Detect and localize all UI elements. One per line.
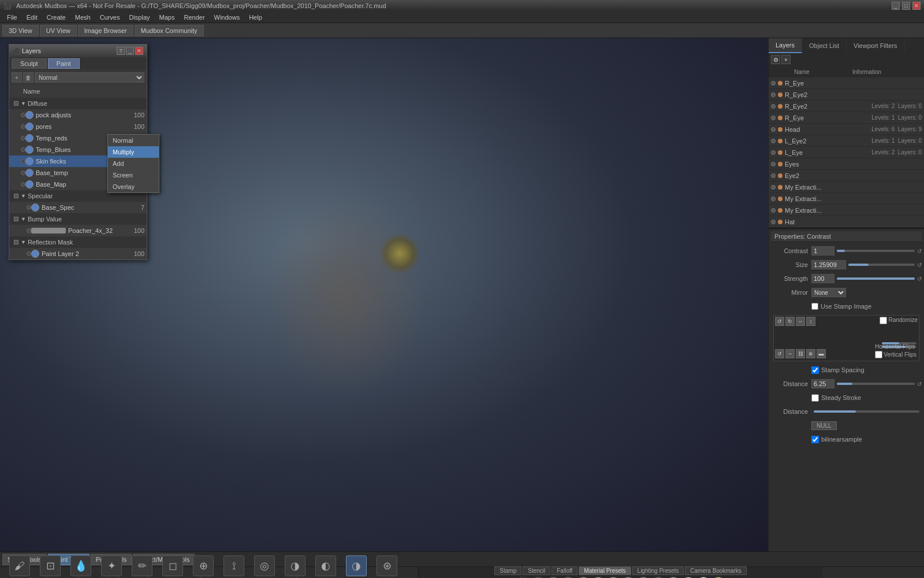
clone-icon[interactable]: ⊕ (193, 555, 214, 576)
menu-render[interactable]: Render (179, 13, 209, 22)
prop-strength-reset[interactable]: ↺ (917, 276, 922, 282)
blend-option-add[interactable]: Add (108, 158, 159, 169)
stamp-link[interactable]: ⛓ (796, 349, 805, 358)
tool-eyedropper[interactable]: 💧 Eyedropper (66, 555, 96, 578)
right-tab-viewport-filters[interactable]: Viewport Filters (847, 38, 905, 53)
prop-steady-distance-slider[interactable] (814, 410, 919, 413)
right-tab-object-list[interactable]: Object List (802, 38, 847, 53)
section-reflection-mask[interactable]: ▼ Reflection Mask (9, 236, 147, 248)
pencil-icon[interactable]: ✏ (132, 555, 152, 576)
right-layer-extracti-2[interactable]: My Extracti... (769, 193, 924, 205)
paint-brush-icon[interactable]: 🖌 (9, 555, 30, 576)
right-layer-r-eye2-2[interactable]: R_Eye2 Levels: 2 Layers: 0 (769, 101, 924, 112)
layers-minimize-button[interactable]: _ (126, 47, 134, 55)
viewport[interactable]: ⬛ Layers ? _ ✕ Sculpt Paint + 🗑 (0, 38, 768, 551)
prop-contrast-input[interactable] (811, 246, 834, 255)
mat-tab-lighting-presets[interactable]: Lighting Presets (632, 566, 684, 575)
blend-option-screen[interactable]: Screen (108, 169, 159, 181)
blend-mode-select[interactable]: Normal Multiply Add Screen Overlay (35, 72, 144, 83)
mat-tab-stamp[interactable]: Stamp (494, 566, 521, 575)
eyedropper-icon[interactable]: 💧 (70, 555, 91, 576)
blur-icon[interactable]: ◎ (254, 555, 275, 576)
minimize-button[interactable]: _ (892, 2, 900, 10)
prop-contrast-reset[interactable]: ↺ (917, 248, 922, 254)
toolbar-3dview[interactable]: 3D View (2, 25, 39, 36)
layer-pores[interactable]: pores 100 (9, 121, 147, 132)
menu-help[interactable]: Help (244, 13, 267, 22)
right-panel-settings-button[interactable]: ⚙ (771, 55, 780, 64)
blend-option-normal[interactable]: Normal (108, 135, 159, 146)
stamp-rotate-right[interactable]: ↻ (785, 317, 795, 326)
right-layer-extracti-3[interactable]: My Extracti... (769, 205, 924, 216)
layers-add-button[interactable]: + (12, 72, 22, 83)
steady-stroke-checkbox[interactable] (811, 394, 819, 402)
prop-size-reset[interactable]: ↺ (917, 262, 922, 268)
stamp-flip-h[interactable]: ↔ (796, 317, 805, 326)
right-layer-l-eye[interactable]: L_Eye Levels: 2 Layers: 0 (769, 147, 924, 158)
right-layer-r-eye-3[interactable]: R_Eye Levels: 1 Layers: 0 (769, 112, 924, 124)
prop-mirror-select[interactable]: None X Y (811, 288, 846, 297)
tool-blur[interactable]: ◎ Blur (249, 555, 280, 578)
right-layer-hat[interactable]: Hat (769, 216, 924, 228)
prop-size-slider[interactable] (848, 264, 915, 266)
menu-curves[interactable]: Curves (95, 13, 125, 22)
section-bump-value[interactable]: ▼ Bump Value (9, 213, 147, 225)
right-layer-eyes[interactable]: Eyes (769, 158, 924, 170)
toolbar-uvview[interactable]: UV View (40, 25, 77, 36)
right-layer-r-eye2-1[interactable]: R_Eye2 (769, 89, 924, 101)
projection-icon[interactable]: ⊡ (40, 555, 61, 576)
layer-poacher[interactable]: Poacher_4x_32 100 (9, 225, 147, 236)
stamp-rotate2[interactable]: ↺ (775, 349, 784, 358)
menu-display[interactable]: Display (124, 13, 154, 22)
right-layer-r-eye[interactable]: R_Eye (769, 77, 924, 89)
burn-icon[interactable]: ◐ (315, 555, 336, 576)
prop-use-stamp-checkbox[interactable] (811, 303, 818, 310)
menu-windows[interactable]: Windows (210, 13, 245, 22)
menu-mesh[interactable]: Mesh (70, 13, 95, 22)
tool-pencil[interactable]: ✏ Pencil (127, 555, 157, 578)
right-layer-eye2[interactable]: Eye2 (769, 170, 924, 181)
section-diffuse[interactable]: ▼ Diffuse (9, 98, 147, 109)
tool-dodge[interactable]: ◑ Dodge (280, 555, 310, 578)
right-tab-layers[interactable]: Layers (769, 38, 802, 53)
layer-paint-layer-2[interactable]: Paint Layer 2 100 (9, 248, 147, 260)
contrast-icon[interactable]: ◑ (346, 555, 367, 576)
prop-contrast-slider[interactable] (837, 250, 915, 252)
stamp-clear[interactable]: ▬ (817, 349, 826, 358)
layers-delete-button[interactable]: 🗑 (23, 72, 33, 83)
menu-file[interactable]: File (2, 13, 22, 22)
tool-clone[interactable]: ⊕ Clone (188, 555, 218, 578)
prop-distance-input[interactable] (811, 379, 834, 388)
tool-paint-brush[interactable]: 🖌 Paint Brush (5, 555, 35, 578)
layers-tab-sculpt[interactable]: Sculpt (12, 58, 47, 69)
prop-strength-input[interactable] (811, 274, 834, 283)
stamp-copy[interactable]: ⊕ (806, 349, 815, 358)
right-panel-add-button[interactable]: + (781, 55, 791, 64)
layers-tab-paint[interactable]: Paint (48, 58, 80, 69)
bilinearsample-checkbox[interactable] (811, 436, 819, 443)
null-button[interactable]: NULL (811, 421, 837, 430)
tool-burn[interactable]: ◐ Burn (311, 555, 341, 578)
menu-edit[interactable]: Edit (22, 13, 42, 22)
tool-paint-erase[interactable]: ◻ Paint Erase (158, 555, 188, 578)
paint-erase-icon[interactable]: ◻ (162, 555, 183, 576)
randomize-checkbox[interactable] (880, 317, 887, 324)
tool-airbrush[interactable]: ✦ Airbrush (96, 555, 126, 578)
right-layer-l-eye2[interactable]: L_Eye2 Levels: 1 Layers: 0 (769, 135, 924, 147)
prop-distance-slider[interactable] (837, 383, 915, 385)
tool-sponge[interactable]: ⊛ Sponge (372, 555, 402, 578)
stamp-flip[interactable]: ↔ (785, 349, 795, 358)
blend-option-overlay[interactable]: Overlay (108, 181, 159, 192)
dodge-icon[interactable]: ◑ (285, 555, 305, 576)
menu-maps[interactable]: Maps (155, 13, 180, 22)
maximize-button[interactable]: □ (902, 2, 910, 10)
prop-strength-slider[interactable] (837, 277, 915, 280)
toolbar-mudbox-community[interactable]: Mudbox Community (135, 25, 204, 36)
layers-close-button[interactable]: ✕ (135, 47, 143, 55)
stamp-rotate-left[interactable]: ↺ (775, 317, 784, 326)
vertical-flips-checkbox[interactable] (875, 351, 882, 358)
mat-tab-material-presets[interactable]: Material Presets (579, 566, 631, 575)
airbrush-icon[interactable]: ✦ (101, 555, 122, 576)
layers-help-button[interactable]: ? (117, 47, 125, 55)
prop-size-input[interactable] (811, 260, 846, 269)
